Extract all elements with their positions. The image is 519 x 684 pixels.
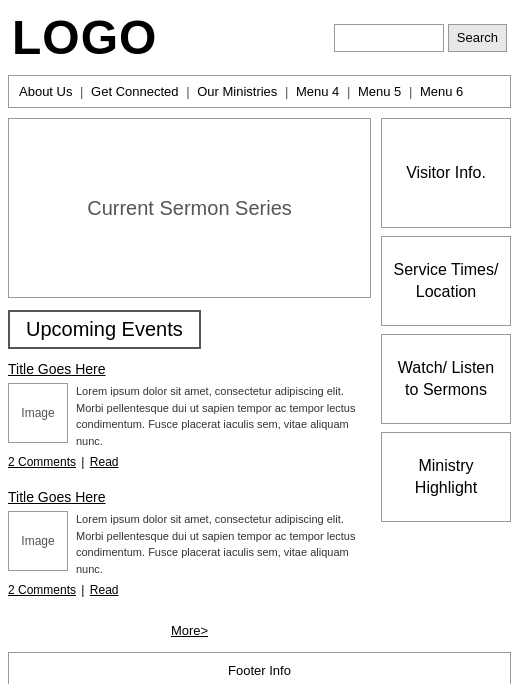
search-input[interactable]	[334, 24, 444, 52]
event-image-2: Image	[8, 511, 68, 571]
more-link: More>	[8, 623, 371, 638]
event-body-2: Image Lorem ipsum dolor sit amet, consec…	[8, 511, 371, 577]
event-links-2: 2 Comments | Read	[8, 583, 371, 597]
sidebar-visitor-info-label: Visitor Info.	[406, 162, 486, 184]
nav-our-ministries[interactable]: Our Ministries	[197, 84, 277, 99]
nav-get-connected[interactable]: Get Connected	[91, 84, 178, 99]
event-text-1: Lorem ipsum dolor sit amet, consectetur …	[76, 383, 371, 449]
sidebar-service-times[interactable]: Service Times/ Location	[381, 236, 511, 326]
sidebar-watch-listen[interactable]: Watch/ Listen to Sermons	[381, 334, 511, 424]
nav-menu5[interactable]: Menu 5	[358, 84, 401, 99]
right-column: Visitor Info. Service Times/ Location Wa…	[381, 118, 511, 638]
upcoming-events-title: Upcoming Events	[8, 310, 201, 349]
sidebar-ministry-highlight-label: Ministry Highlight	[392, 455, 500, 500]
nav-bar: About Us | Get Connected | Our Ministrie…	[8, 75, 511, 108]
sermon-box[interactable]: Current Sermon Series	[8, 118, 371, 298]
sidebar-visitor-info[interactable]: Visitor Info.	[381, 118, 511, 228]
nav-menu6[interactable]: Menu 6	[420, 84, 463, 99]
event-image-1: Image	[8, 383, 68, 443]
event-title-2[interactable]: Title Goes Here	[8, 489, 371, 505]
event-read-1[interactable]: Read	[90, 455, 119, 469]
event-title-1[interactable]: Title Goes Here	[8, 361, 371, 377]
event-text-2: Lorem ipsum dolor sit amet, consectetur …	[76, 511, 371, 577]
sidebar-ministry-highlight[interactable]: Ministry Highlight	[381, 432, 511, 522]
footer: Footer Info	[8, 652, 511, 684]
left-column: Current Sermon Series Upcoming Events Ti…	[8, 118, 371, 638]
sermon-label: Current Sermon Series	[87, 197, 292, 220]
footer-label: Footer Info	[228, 663, 291, 678]
more-anchor[interactable]: More>	[171, 623, 208, 638]
nav-menu4[interactable]: Menu 4	[296, 84, 339, 99]
header: LOGO Search	[0, 0, 519, 75]
search-area: Search	[334, 24, 507, 52]
search-button[interactable]: Search	[448, 24, 507, 52]
sidebar-service-times-label: Service Times/ Location	[392, 259, 500, 304]
event-comments-2[interactable]: 2 Comments	[8, 583, 76, 597]
event-item-1: Title Goes Here Image Lorem ipsum dolor …	[8, 361, 371, 479]
nav-about-us[interactable]: About Us	[19, 84, 72, 99]
event-read-2[interactable]: Read	[90, 583, 119, 597]
logo: LOGO	[12, 10, 157, 65]
event-links-1: 2 Comments | Read	[8, 455, 371, 469]
main-container: Current Sermon Series Upcoming Events Ti…	[0, 118, 519, 638]
sidebar-watch-listen-label: Watch/ Listen to Sermons	[392, 357, 500, 402]
upcoming-events-heading: Upcoming Events	[8, 310, 371, 361]
event-body-1: Image Lorem ipsum dolor sit amet, consec…	[8, 383, 371, 449]
event-comments-1[interactable]: 2 Comments	[8, 455, 76, 469]
event-item-2: Title Goes Here Image Lorem ipsum dolor …	[8, 489, 371, 607]
